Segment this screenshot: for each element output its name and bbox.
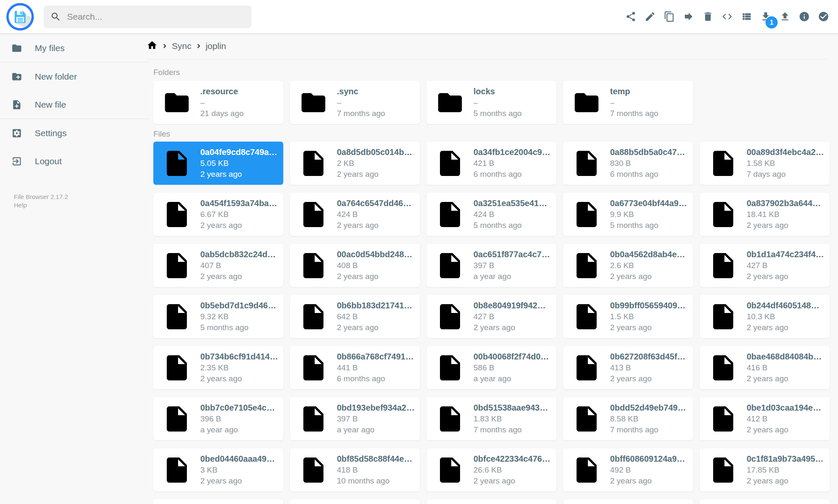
search-bar[interactable]: Search... xyxy=(44,5,251,28)
file-card[interactable]: 0bb7c0e7105e4c…396 Ba year ago xyxy=(153,397,283,440)
file-card[interactable]: 00ac0d54bbd248…408 B2 years ago xyxy=(290,244,420,287)
file-card[interactable]: 00a89d3f4ebc4a2…1.58 KB7 days ago xyxy=(700,142,830,185)
download-count-badge: 1 xyxy=(766,16,778,28)
file-date: 10 months ago xyxy=(337,476,412,486)
file-date: 2 years ago xyxy=(610,476,685,486)
upload-button[interactable] xyxy=(779,11,791,22)
help-link[interactable]: Help xyxy=(14,201,150,209)
card-icon-box xyxy=(708,404,738,434)
card-icon-box xyxy=(572,148,602,178)
file-card[interactable]: 0b734b6cf91d414…2.35 KB2 years ago xyxy=(153,346,283,389)
sidebar-item-logout[interactable]: Logout xyxy=(0,147,150,175)
card-icon-box xyxy=(435,302,465,332)
file-card-partial[interactable] xyxy=(153,499,283,504)
rename-button[interactable] xyxy=(644,11,656,22)
new-folder-icon xyxy=(11,71,22,82)
copy-button[interactable] xyxy=(664,11,675,22)
sidebar-item-new-folder[interactable]: New folder xyxy=(0,62,150,90)
folder-card[interactable]: temp–7 months ago xyxy=(563,81,693,124)
folder-size: – xyxy=(473,98,522,107)
file-card[interactable]: 0b8e804919f942…427 B2 years ago xyxy=(427,295,556,338)
file-size: 1.5 KB xyxy=(610,312,685,321)
file-card[interactable]: 0b866a768cf7491…441 B6 months ago xyxy=(290,346,420,389)
card-text: .sync–7 months ago xyxy=(337,87,385,118)
card-icon-box xyxy=(298,404,328,434)
file-card[interactable]: 0b99bff05659409…1.5 KB2 years ago xyxy=(563,295,693,338)
file-card[interactable]: 0b244df4605148…10.3 KB2 years ago xyxy=(700,295,830,338)
file-size: 424 B xyxy=(473,210,547,219)
folder-card[interactable]: .resource–21 days ago xyxy=(153,81,283,124)
card-text: 00ac0d54bbd248…408 B2 years ago xyxy=(337,250,412,281)
search-placeholder: Search... xyxy=(67,12,102,22)
file-card[interactable]: 0bf85d58c88f44e…418 B10 months ago xyxy=(290,448,420,491)
share-button[interactable] xyxy=(625,11,636,22)
file-date: a year ago xyxy=(473,374,549,383)
file-card[interactable]: 0bd51538aae943…1.83 KB7 months ago xyxy=(427,397,556,440)
file-icon xyxy=(162,404,192,434)
file-card[interactable]: 0b6bb183d21741…642 B2 years ago xyxy=(290,295,420,338)
app-logo[interactable] xyxy=(6,3,34,31)
file-date: 2 years ago xyxy=(747,476,823,486)
file-card[interactable]: 0b5ebd7d1c9d46…9.32 KB5 months ago xyxy=(153,295,283,338)
download-button[interactable]: 1 xyxy=(760,11,771,22)
file-card[interactable]: 0a3251ea535e41…424 B5 months ago xyxy=(427,193,556,236)
file-card-partial[interactable] xyxy=(700,499,830,504)
file-card[interactable]: 00b40068f2f74d0…586 Ba year ago xyxy=(427,346,556,389)
file-card[interactable]: 0b0a4562d8ab4e…2.6 KB2 years ago xyxy=(563,244,693,287)
file-card[interactable]: 0ac651f877ac4c7…397 Ba year ago xyxy=(427,244,556,287)
file-card[interactable]: 0bd193ebef934a2…397 Ba year ago xyxy=(290,397,420,440)
folder-card[interactable]: locks–5 months ago xyxy=(427,81,556,124)
breadcrumb-home[interactable] xyxy=(147,40,158,53)
file-card[interactable]: 0b627208f63d45f…413 B2 years ago xyxy=(563,346,693,389)
code-button[interactable] xyxy=(722,11,733,22)
file-icon xyxy=(572,404,602,434)
file-card[interactable]: 0bfce422334c476…26.6 KB2 years ago xyxy=(427,448,556,491)
list-view-button[interactable] xyxy=(741,11,752,22)
info-button[interactable] xyxy=(799,11,810,22)
file-card[interactable]: 0a764c6547dd46…424 B2 years ago xyxy=(290,193,420,236)
file-card-partial[interactable] xyxy=(563,499,693,504)
sidebar-item-new-file[interactable]: New file xyxy=(0,90,150,119)
file-card[interactable]: 0ab5dcb832c24d…407 B2 years ago xyxy=(153,244,283,287)
file-icon xyxy=(708,302,738,332)
file-card[interactable]: 0bae468d84084b…416 B2 years ago xyxy=(700,346,830,389)
breadcrumb-segment-sync[interactable]: Sync xyxy=(172,41,191,51)
file-card-partial[interactable] xyxy=(290,499,420,504)
file-name: 00b40068f2f74d0… xyxy=(473,352,549,362)
file-card[interactable]: 0a8d5db05c014b…2 KB2 years ago xyxy=(290,142,420,185)
card-text: 0a8d5db05c014b…2 KB2 years ago xyxy=(337,147,412,179)
folder-icon xyxy=(163,88,191,117)
file-card[interactable]: 0a88b5db5a0c47…830 B6 months ago xyxy=(563,142,693,185)
delete-button[interactable] xyxy=(702,11,714,22)
sidebar-item-my-files[interactable]: My files xyxy=(0,34,150,62)
file-card[interactable]: 0a837902b3a644…18.41 KB2 years ago xyxy=(700,193,830,236)
file-card[interactable]: 0bed04460aaa49…3 KB2 years ago xyxy=(153,448,283,491)
select-multiple-button[interactable] xyxy=(818,11,829,22)
file-card[interactable]: 0c1f81a9b73a495…17.85 KB2 years ago xyxy=(700,448,830,491)
card-text: .resource–21 days ago xyxy=(200,87,244,118)
file-card[interactable]: 0a454f1593a74ba…6.67 KB2 years ago xyxy=(153,193,283,236)
file-card[interactable]: 0bdd52d49eb749…8.58 KB7 months ago xyxy=(563,397,693,440)
breadcrumb-segment-joplin[interactable]: joplin xyxy=(206,41,226,51)
file-card[interactable]: 0a34fb1ce2004c9…421 B6 months ago xyxy=(427,142,556,185)
file-card[interactable]: 0a04fe9cd8c749a…5.05 KB2 years ago xyxy=(153,142,283,185)
move-button[interactable] xyxy=(683,11,694,22)
card-text: 0a837902b3a644…18.41 KB2 years ago xyxy=(747,199,821,230)
file-size: 407 B xyxy=(200,261,276,270)
file-card[interactable]: 0b1d1a474c234f4…427 B2 years ago xyxy=(700,244,830,287)
file-card[interactable]: 0bff608609124a9…492 B2 years ago xyxy=(563,448,693,491)
file-card-partial[interactable] xyxy=(427,499,556,504)
card-text: 0b627208f63d45f…413 B2 years ago xyxy=(610,352,685,383)
file-card[interactable]: 0a6773e04bf44a9…9.9 KB5 months ago xyxy=(563,193,693,236)
chevron-right-icon xyxy=(194,42,203,50)
file-date: 2 years ago xyxy=(473,476,550,486)
card-text: 0b5ebd7d1c9d46…9.32 KB5 months ago xyxy=(200,301,276,332)
file-name: 0b627208f63d45f… xyxy=(610,352,685,362)
sidebar-item-label: Logout xyxy=(35,156,62,166)
sidebar-item-settings[interactable]: Settings xyxy=(0,119,150,147)
file-name: 0be1d03caa194e… xyxy=(747,403,821,413)
folder-card[interactable]: .sync–7 months ago xyxy=(290,81,420,124)
file-card[interactable]: 0be1d03caa194e…412 B2 years ago xyxy=(700,397,830,440)
file-date: 2 years ago xyxy=(337,272,412,281)
card-icon-box xyxy=(298,88,328,117)
